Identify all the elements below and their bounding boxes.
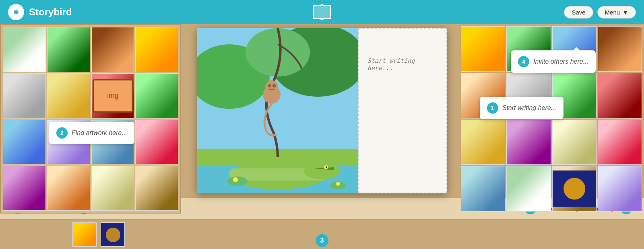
svg-point-11 [268, 84, 271, 87]
invite-hint-text: Invite others here... [533, 58, 588, 65]
svg-text:img: img [107, 91, 118, 100]
header: Storybird Save Menu ▼ [0, 0, 644, 24]
artwork-thumb[interactable] [552, 166, 597, 212]
artwork-thumb[interactable] [598, 26, 642, 72]
artwork-thumb[interactable] [3, 73, 46, 118]
svg-point-15 [304, 163, 340, 179]
header-right: Save Menu ▼ [564, 6, 636, 19]
thumbnail-item[interactable] [101, 222, 125, 247]
header-center [313, 5, 331, 19]
artwork-hint-text: Find artwork here... [72, 129, 127, 137]
artwork-thumb[interactable] [135, 166, 178, 211]
artwork-thumb[interactable] [598, 166, 642, 212]
thumbnail-item[interactable] [72, 222, 97, 247]
artwork-hint-badge: 2 [56, 127, 68, 139]
logo-icon [8, 4, 24, 20]
artwork-thumb[interactable]: img [91, 73, 134, 118]
artwork-thumb[interactable] [135, 27, 178, 72]
invite-hint-tooltip: 4 Invite others here... [511, 50, 596, 73]
artwork-thumb[interactable] [3, 166, 46, 211]
write-hint-tooltip: 1 Start writing here... [480, 97, 564, 119]
menu-button[interactable]: Menu ▼ [597, 6, 636, 19]
artwork-thumb[interactable] [598, 73, 642, 118]
artwork-thumb[interactable] [47, 73, 90, 118]
artwork-thumb[interactable] [47, 166, 90, 211]
artwork-thumb[interactable] [135, 73, 178, 118]
writing-textarea[interactable] [363, 53, 442, 165]
writing-page[interactable] [358, 28, 447, 193]
svg-point-18 [227, 176, 248, 186]
artwork-thumb[interactable] [461, 120, 505, 165]
thumbnail-hint-area: 3 [316, 234, 328, 247]
artwork-thumb[interactable] [552, 120, 597, 165]
artwork-hint-tooltip: 2 Find artwork here... [49, 122, 134, 144]
invite-hint-badge: 4 [518, 56, 529, 67]
app-title: Storybird [29, 6, 72, 18]
svg-point-10 [265, 80, 278, 93]
artwork-thumb[interactable] [47, 27, 90, 72]
artwork-thumb[interactable] [135, 120, 178, 165]
svg-point-12 [272, 84, 276, 87]
artwork-thumb[interactable] [506, 120, 551, 165]
header-left: Storybird [8, 4, 72, 20]
svg-point-25 [106, 228, 120, 242]
artwork-thumb[interactable] [3, 120, 46, 165]
artwork-thumb[interactable] [91, 166, 134, 211]
thumbnail-strip: 3 [0, 219, 644, 249]
artwork-thumb[interactable] [506, 166, 551, 212]
save-button[interactable]: Save [564, 6, 593, 19]
svg-point-17 [326, 166, 327, 168]
artwork-thumb[interactable] [598, 120, 642, 165]
write-hint-text: Start writing here... [502, 104, 556, 112]
artwork-panel-left[interactable]: img 2 Find artwork here... [0, 24, 181, 214]
svg-point-20 [233, 177, 238, 182]
svg-point-23 [564, 178, 585, 200]
artwork-thumb[interactable] [91, 27, 134, 72]
svg-point-21 [336, 182, 340, 186]
menu-chevron-icon: ▼ [622, 9, 628, 16]
artwork-thumb[interactable] [461, 26, 505, 72]
page-navigate-icon[interactable] [313, 5, 331, 19]
book-spread [197, 28, 447, 193]
main-content: 4 Invite others here... img [0, 24, 644, 249]
write-hint-badge: 1 [487, 102, 498, 114]
thumbnail-hint-badge: 3 [316, 234, 328, 247]
illustration-page [197, 28, 358, 193]
artwork-thumb[interactable] [461, 166, 505, 212]
artwork-thumb[interactable] [3, 27, 46, 72]
